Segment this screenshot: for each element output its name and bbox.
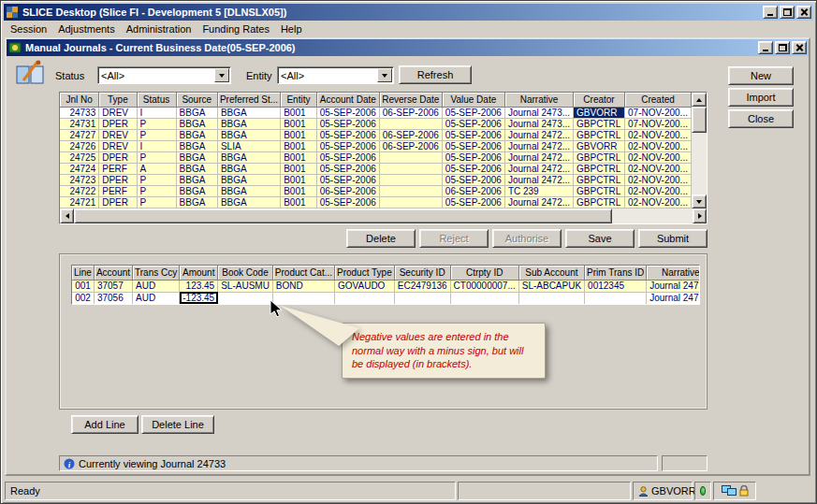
cell[interactable]: DPER xyxy=(99,118,137,129)
column-header[interactable]: Value Date xyxy=(442,93,504,107)
close-journal-button[interactable]: Close xyxy=(728,109,794,128)
cell[interactable]: BBGA xyxy=(217,151,280,163)
cell[interactable]: BBGA xyxy=(217,196,280,208)
import-button[interactable]: Import xyxy=(728,88,794,107)
cell[interactable]: BBGA xyxy=(176,151,217,163)
cell[interactable]: 24725 xyxy=(60,151,99,163)
cell[interactable]: B001 xyxy=(281,174,317,185)
scroll-down-button[interactable] xyxy=(692,194,707,209)
cell[interactable]: GBPCTRL xyxy=(574,163,625,174)
cell[interactable]: BBGA xyxy=(176,118,217,129)
authorise-button[interactable]: Authorise xyxy=(492,229,562,248)
menu-funding-rates[interactable]: Funding Rates xyxy=(197,22,275,36)
cell[interactable]: GBPCTRL xyxy=(574,196,625,208)
cell[interactable]: 0012345 xyxy=(585,280,647,292)
cell[interactable]: Journal 2473... xyxy=(504,107,573,118)
cell[interactable]: P xyxy=(137,118,176,129)
cell[interactable]: 24723 xyxy=(60,174,99,185)
column-header[interactable]: Status xyxy=(137,93,176,107)
cell[interactable]: 05-SEP-2006 xyxy=(442,174,504,185)
child-restore-button[interactable] xyxy=(775,41,790,54)
cell[interactable]: BBGA xyxy=(217,129,280,140)
menu-adjustments[interactable]: Adjustments xyxy=(52,22,121,36)
cell[interactable]: 001 xyxy=(72,280,94,292)
cell[interactable]: B001 xyxy=(281,140,317,151)
cell[interactable]: 02-NOV-200... xyxy=(625,129,692,140)
cell[interactable]: BBGA xyxy=(217,163,280,174)
column-header[interactable]: Reverse Date xyxy=(379,93,442,107)
cell[interactable]: 24727 xyxy=(60,129,99,140)
cell[interactable]: PERF xyxy=(99,185,137,196)
cell[interactable] xyxy=(585,292,647,304)
cell[interactable]: BBGA xyxy=(217,174,280,185)
cell[interactable]: 07-NOV-200... xyxy=(625,118,692,129)
cell[interactable]: Journal 2472... xyxy=(504,140,573,151)
cell[interactable]: B001 xyxy=(281,129,317,140)
cell[interactable]: 24722 xyxy=(60,185,99,196)
cell[interactable]: P xyxy=(137,196,176,208)
cell[interactable]: BBGA xyxy=(176,196,217,208)
cell[interactable] xyxy=(218,292,273,304)
cell[interactable]: Journal 2472... xyxy=(504,174,573,185)
cell[interactable]: B001 xyxy=(281,185,317,196)
cell[interactable]: 05-SEP-2006 xyxy=(442,163,504,174)
column-header[interactable]: Product Type xyxy=(335,266,395,280)
cell[interactable] xyxy=(450,292,518,304)
scrollbar-thumb[interactable] xyxy=(74,209,612,223)
column-header[interactable]: Entity xyxy=(281,93,317,107)
cell[interactable]: SL-ABCAPUK xyxy=(518,280,584,292)
minimize-button[interactable] xyxy=(763,6,778,19)
cell[interactable]: GBPCTRL xyxy=(574,185,625,196)
cell[interactable]: PERF xyxy=(99,163,137,174)
cell[interactable]: 06-SEP-2006 xyxy=(379,129,442,140)
cell[interactable]: 06-SEP-2006 xyxy=(442,185,504,196)
cell[interactable]: 02-NOV-200... xyxy=(625,174,692,185)
scroll-left-button[interactable] xyxy=(60,209,74,223)
cell[interactable]: 24733 xyxy=(60,107,99,118)
cell[interactable]: BBGA xyxy=(176,185,217,196)
cell[interactable]: -123.45 xyxy=(180,292,218,304)
cell[interactable]: 05-SEP-2006 xyxy=(442,151,504,163)
column-header[interactable]: Product Cat... xyxy=(272,266,334,280)
cell[interactable]: GBPCTRL xyxy=(574,118,625,129)
scrollbar-track[interactable] xyxy=(74,209,693,223)
delete-button[interactable]: Delete xyxy=(346,229,416,248)
cell[interactable]: CT00000007... xyxy=(450,280,518,292)
column-header[interactable]: Account Date xyxy=(316,93,379,107)
cell[interactable]: P xyxy=(137,174,176,185)
submit-button[interactable]: Submit xyxy=(638,229,708,248)
restore-button[interactable] xyxy=(780,6,795,19)
cell[interactable]: 05-SEP-2006 xyxy=(442,107,504,118)
dropdown-arrow-icon[interactable] xyxy=(377,68,392,82)
cell[interactable]: P xyxy=(137,185,176,196)
cell[interactable]: 05-SEP-2006 xyxy=(316,118,379,129)
cell[interactable]: 06-SEP-2006 xyxy=(379,140,442,151)
cell[interactable]: 05-SEP-2006 xyxy=(442,196,504,208)
new-button[interactable]: New xyxy=(728,66,794,85)
cell[interactable]: P xyxy=(137,129,176,140)
cell[interactable] xyxy=(394,292,450,304)
column-header[interactable]: Preferred St... xyxy=(217,93,280,107)
cell[interactable]: EC2479136 xyxy=(394,280,450,292)
cell[interactable]: BBGA xyxy=(176,163,217,174)
entity-filter-select[interactable]: <All> xyxy=(277,66,394,84)
column-header[interactable]: Jnl No xyxy=(60,93,99,107)
cell[interactable]: 002 xyxy=(72,292,94,304)
cell[interactable]: B001 xyxy=(281,163,317,174)
cell[interactable]: B001 xyxy=(281,118,317,129)
cell[interactable]: Journal 2473... xyxy=(647,280,699,292)
cell[interactable]: BBGA xyxy=(176,129,217,140)
cell[interactable]: A xyxy=(137,163,176,174)
cell[interactable]: BBGA xyxy=(176,140,217,151)
cell[interactable]: BOND xyxy=(272,280,334,292)
column-header[interactable]: Line xyxy=(72,266,94,280)
cell[interactable] xyxy=(379,196,442,208)
horizontal-scrollbar[interactable] xyxy=(60,209,707,223)
cell[interactable]: BBGA xyxy=(217,118,280,129)
scroll-right-button[interactable] xyxy=(693,209,707,223)
column-header[interactable]: Prim Trans ID xyxy=(585,266,647,280)
cell[interactable]: 05-SEP-2006 xyxy=(316,140,379,151)
save-button[interactable]: Save xyxy=(565,229,635,248)
delete-line-button[interactable]: Delete Line xyxy=(141,415,214,434)
column-header[interactable]: Book Code xyxy=(218,266,273,280)
